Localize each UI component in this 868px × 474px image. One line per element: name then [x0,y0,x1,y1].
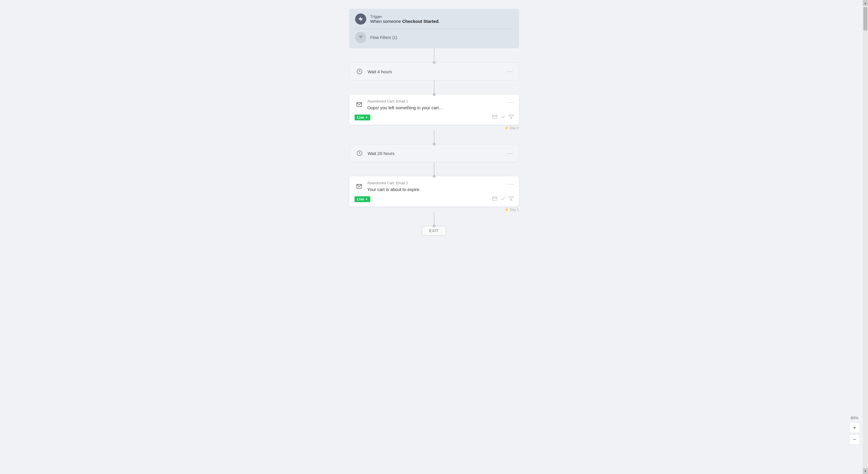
trigger-label: Trigger [370,14,440,19]
email-2-menu[interactable]: ··· [507,181,514,187]
email-icon-2 [354,182,364,191]
email-2-badge-arrow: ▼ [365,198,368,201]
flow-canvas: Trigger When someone Checkout Started. F… [0,0,868,474]
wait-left: Wait 4 hours [355,67,392,76]
exit-label: EXIT [429,229,439,233]
zoom-controls: 80% + − [849,416,860,445]
trigger-desc-prefix: When someone [370,19,402,24]
scrollbar-track: ▲ ▼ [863,0,868,474]
flow-container: Trigger When someone Checkout Started. F… [343,9,525,236]
wait-4-hours-card[interactable]: Wait 4 hours ··· [349,62,519,81]
connector-1 [434,48,434,62]
email-1-action-check[interactable] [500,114,505,121]
connector-dot-2 [433,93,436,96]
filter-label: Flow Filters (1) [370,35,398,40]
email-2-action-filter[interactable] [508,196,514,202]
connector-5 [434,212,434,226]
email-icon-1 [354,100,364,109]
scrollbar-up-button[interactable]: ▲ [863,0,868,6]
svg-marker-10 [509,197,513,201]
email-2-info: Abandoned Cart: Email 2 Your cart is abo… [367,181,421,192]
email-2-footer: Live ▼ [354,196,514,202]
email-2-left: Abandoned Cart: Email 2 Your cart is abo… [354,181,421,192]
email-2-name: Abandoned Cart: Email 2 [367,181,421,185]
wait-2-menu[interactable]: ··· [507,150,513,156]
connector-3 [434,130,434,144]
day-1-label: ⚡ Day 1 [349,208,519,212]
wait-2-left: Wait 20 hours [355,149,395,158]
trigger-info: Trigger When someone Checkout Started. [370,14,440,24]
connector-4 [434,162,434,176]
email-2-actions [492,196,514,202]
email-2-action-check[interactable] [500,196,505,202]
trigger-desc-suffix: . [438,19,440,24]
email-1-actions [492,114,514,121]
email-1-menu[interactable]: ··· [507,99,514,106]
email-2-status: Live [357,197,364,201]
email-1-badge-arrow: ▼ [365,116,368,119]
email-1-subject: Oops! you left something in your cart... [367,105,443,111]
email-2-subject: Your cart is about to expire. [367,186,421,192]
email-2-card[interactable]: Abandoned Cart: Email 2 Your cart is abo… [349,176,519,207]
email-2-live-badge[interactable]: Live ▼ [354,196,371,202]
email-1-status: Live [357,115,364,120]
day-0-label: ⚡ Day 0 [349,126,519,130]
filter-icon [355,32,366,43]
email-1-card[interactable]: Abandoned Cart: Email 1 Oops! you left s… [349,95,519,125]
email-1-footer: Live ▼ [354,114,514,121]
connector-dot-3 [433,143,436,146]
email-1-name: Abandoned Cart: Email 1 [367,99,443,103]
email-1-action-filter[interactable] [508,114,514,121]
email-2-action-envelope[interactable] [492,196,497,202]
trigger-description: When someone Checkout Started. [370,19,440,24]
clock-icon-2 [355,149,364,158]
trigger-card[interactable]: Trigger When someone Checkout Started. F… [349,9,519,48]
svg-marker-6 [509,115,513,119]
email-2-header: Abandoned Cart: Email 2 Your cart is abo… [354,181,514,192]
wait-1-menu[interactable]: ··· [507,68,513,75]
trigger-desc-bold: Checkout Started [402,19,438,24]
email-1-header: Abandoned Cart: Email 1 Oops! you left s… [354,99,514,111]
zoom-in-button[interactable]: + [849,422,860,433]
email-1-left: Abandoned Cart: Email 1 Oops! you left s… [354,99,443,111]
scrollbar-thumb[interactable] [863,7,867,30]
email-1-action-envelope[interactable] [492,114,497,121]
connector-dot-5 [433,225,436,227]
email-1-info: Abandoned Cart: Email 1 Oops! you left s… [367,99,443,111]
flow-filter-row[interactable]: Flow Filters (1) [355,29,513,43]
wait-2-label: Wait 20 hours [368,151,395,156]
wait-1-label: Wait 4 hours [368,69,392,74]
zoom-out-button[interactable]: − [849,434,860,445]
clock-icon-1 [355,67,364,76]
wait-20-hours-card[interactable]: Wait 20 hours ··· [349,144,519,162]
connector-2 [434,81,434,95]
scrollbar-down-button[interactable]: ▼ [863,468,868,474]
connector-dot-1 [433,61,436,64]
zoom-level: 80% [851,416,858,420]
trigger-icon [355,13,366,25]
email-1-live-badge[interactable]: Live ▼ [354,115,371,120]
connector-dot-4 [433,175,436,178]
